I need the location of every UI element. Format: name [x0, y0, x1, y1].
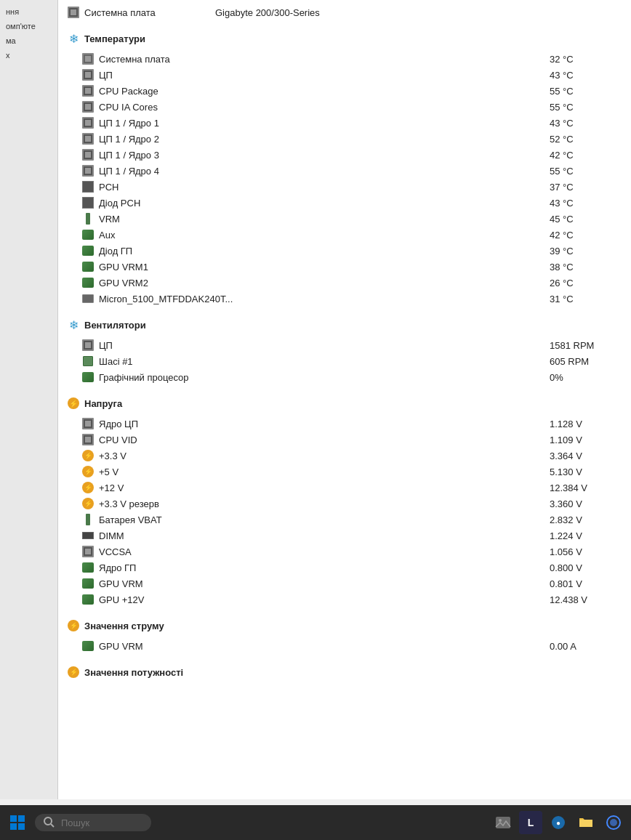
temp-row-12: Діод ГП 39 °C: [67, 243, 622, 259]
search-bar[interactable]: [35, 814, 151, 831]
mb-label: Системна плата: [84, 7, 215, 18]
temp-icon-2: [81, 84, 95, 97]
temp-item-label-2: CPU Package: [99, 86, 550, 97]
sidebar-item-2[interactable]: омп'юте: [3, 20, 55, 32]
taskbar-bubble-icon[interactable]: ●: [547, 811, 570, 834]
volt-icon-4: ⚡: [81, 481, 95, 494]
temp-item-value-5: 52 °C: [550, 134, 622, 145]
volt-row-10: GPU VRM 0.801 V: [67, 576, 622, 591]
temp-icon-11: [81, 228, 95, 241]
svg-rect-2: [496, 817, 510, 828]
temp-item-label-11: Aux: [99, 230, 550, 241]
temp-row-9: Діод PCH 43 °C: [67, 195, 622, 211]
mb-section: Системна плата Gigabyte 200/300-Series ❄…: [58, 0, 631, 689]
fan-item-value-0: 1581 RPM: [550, 340, 622, 351]
volt-row-7: DIMM 1.224 V: [67, 528, 622, 544]
taskbar: L ●: [0, 805, 631, 840]
current-label: Значення струму: [84, 621, 622, 631]
temp-row-3: CPU IA Cores 55 °C: [67, 99, 622, 115]
taskbar-img-icon[interactable]: [491, 811, 515, 834]
main-panel: Системна плата Gigabyte 200/300-Series ❄…: [58, 0, 631, 799]
temp-icon-1: [81, 68, 95, 81]
snowflake-icon: ❄: [69, 32, 79, 46]
volt-icon-5: ⚡: [81, 497, 95, 510]
letter-l-icon: L: [528, 817, 534, 828]
temp-section-header: ❄ Температури: [67, 29, 622, 48]
temp-row-8: PCH 37 °C: [67, 179, 622, 195]
current-row-0: GPU VRM 0.00 A: [67, 638, 622, 654]
temp-icon-0: [81, 52, 95, 65]
volt-icon-10: [81, 577, 95, 590]
temp-icon-6: [81, 148, 95, 161]
volt-row-8: VCCSA 1.056 V: [67, 544, 622, 560]
volt-item-label-8: VCCSA: [99, 546, 550, 557]
volt-item-value-6: 2.832 V: [550, 514, 622, 525]
temp-icon-8: [81, 180, 95, 193]
temp-icon-12: [81, 244, 95, 257]
taskbar-folder-icon[interactable]: [574, 811, 598, 834]
fan-icon-0: [81, 339, 95, 352]
search-input[interactable]: [61, 817, 119, 828]
volt-icon-11: [81, 593, 95, 606]
taskbar-colored-icon[interactable]: [602, 811, 625, 834]
fan-category-icon: ❄: [69, 318, 79, 332]
temp-item-value-10: 45 °C: [550, 214, 622, 225]
volt-item-label-1: CPU VID: [99, 435, 550, 445]
svg-point-3: [499, 819, 502, 822]
windows-logo: [10, 815, 25, 830]
volt-item-label-6: Батарея VBAT: [99, 514, 550, 525]
temp-item-value-6: 42 °C: [550, 150, 622, 161]
fan-row-1: Шасі #1 605 RPM: [67, 353, 622, 369]
temp-row-0: Системна плата 32 °C: [67, 51, 622, 67]
volt-icon-9: [81, 561, 95, 574]
temp-item-value-0: 32 °C: [550, 54, 622, 65]
volt-item-value-1: 1.109 V: [550, 435, 622, 445]
scroll-content: Системна плата Gigabyte 200/300-Series ❄…: [58, 0, 631, 732]
win-logo-tr: [18, 815, 25, 822]
start-button[interactable]: [6, 811, 29, 834]
mb-value: Gigabyte 200/300-Series: [215, 7, 320, 18]
temp-item-value-15: 31 °C: [550, 294, 622, 304]
fan-icon-2: [81, 371, 95, 384]
volt-icon-6: [81, 513, 95, 526]
temp-row-2: CPU Package 55 °C: [67, 83, 622, 99]
volt-item-label-4: +12 V: [99, 482, 550, 493]
win-logo-bl: [10, 823, 17, 830]
taskbar-l-icon[interactable]: L: [519, 811, 542, 834]
current-item-value-0: 0.00 A: [550, 641, 622, 652]
volt-row-6: Батарея VBAT 2.832 V: [67, 512, 622, 528]
temp-row-11: Aux 42 °C: [67, 227, 622, 243]
volt-item-label-0: Ядро ЦП: [99, 419, 550, 429]
volt-item-value-9: 0.800 V: [550, 562, 622, 573]
temp-icon-5: [81, 132, 95, 145]
volt-row-1: CPU VID 1.109 V: [67, 432, 622, 448]
svg-point-0: [44, 817, 52, 825]
temp-item-value-1: 43 °C: [550, 70, 622, 81]
volt-icon: ⚡: [67, 397, 80, 410]
sidebar-item-1[interactable]: ння: [3, 6, 55, 17]
temp-icon-14: [81, 276, 95, 289]
volt-icon-8: [81, 545, 95, 558]
temp-item-value-7: 55 °C: [550, 166, 622, 177]
temp-item-value-13: 38 °C: [550, 262, 622, 272]
main-container: ння омп'юте ма х Системна плата Gigabyte…: [0, 0, 631, 799]
volt-item-value-3: 5.130 V: [550, 467, 622, 477]
temp-icon-9: [81, 196, 95, 209]
volt-item-value-5: 3.360 V: [550, 498, 622, 509]
temp-icon-3: [81, 100, 95, 113]
temp-row-1: ЦП 43 °C: [67, 67, 622, 83]
temp-item-label-0: Системна плата: [99, 54, 550, 65]
sidebar-item-3[interactable]: ма: [3, 35, 55, 47]
sidebar-item-4[interactable]: х: [3, 49, 55, 61]
fan-row-2: Графічний процесор 0%: [67, 369, 622, 385]
mb-icon: [67, 6, 80, 19]
temp-row-14: GPU VRM2 26 °C: [67, 275, 622, 291]
power-category-icon: ⚡: [68, 666, 79, 678]
temp-item-value-11: 42 °C: [550, 230, 622, 241]
temp-item-label-7: ЦП 1 / Ядро 4: [99, 166, 550, 177]
win-logo-tl: [10, 815, 17, 822]
fan-item-label-1: Шасі #1: [99, 356, 550, 367]
fan-item-value-2: 0%: [550, 372, 622, 383]
volt-icon-3: ⚡: [81, 465, 95, 478]
fan-row-0: ЦП 1581 RPM: [67, 337, 622, 353]
